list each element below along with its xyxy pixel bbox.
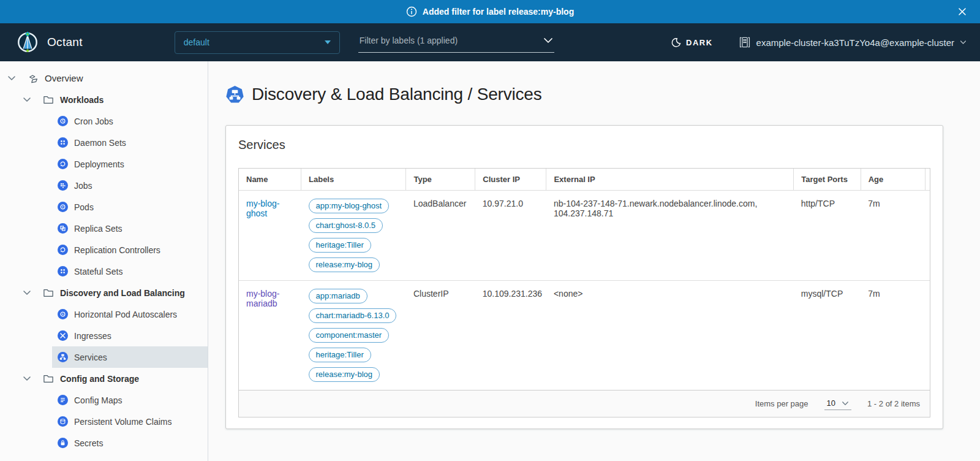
folder-icon xyxy=(43,288,54,298)
label-filter-dropdown[interactable]: Filter by labels (1 applied) xyxy=(358,32,554,53)
sidebar-item-label: Stateful Sets xyxy=(74,267,123,276)
label-pill[interactable]: heritage:Tiller xyxy=(309,348,371,362)
sidebar-item-replication-controllers[interactable]: Replication Controllers xyxy=(52,239,208,261)
sidebar-section-label: Discovery and Load Balancing xyxy=(60,288,185,298)
label-pill[interactable]: heritage:Tiller xyxy=(309,238,371,253)
stateful-sets-icon xyxy=(58,266,68,276)
sidebar-item-replica-sets[interactable]: Replica Sets xyxy=(52,218,208,239)
column-header-cluster-ip: Cluster IP xyxy=(475,169,546,191)
dark-theme-toggle[interactable]: DARK xyxy=(671,37,713,48)
sidebar-section-config-and-storage[interactable]: Config and Storage xyxy=(0,368,208,389)
jobs-icon xyxy=(58,180,68,191)
folder-icon xyxy=(43,95,54,105)
page-title: Discovery & Load Balancing / Services xyxy=(252,85,542,104)
services-page-icon xyxy=(225,85,244,104)
sidebar-item-label: Overview xyxy=(45,73,83,83)
services-card: Services Name Labels Type Clust xyxy=(225,125,943,429)
banner-message: Added filter for label release:my-blog xyxy=(423,7,574,17)
label-pill[interactable]: chart:mariadb-6.13.0 xyxy=(309,308,397,323)
services-datagrid: Name Labels Type Cluster IP External IP … xyxy=(238,168,930,417)
column-header-type: Type xyxy=(406,169,475,191)
chevron-down-icon xyxy=(960,40,967,45)
label-pill[interactable]: chart:ghost-8.0.5 xyxy=(309,218,383,233)
octant-logo xyxy=(16,30,39,55)
column-header-spacer xyxy=(925,169,930,191)
config-maps-icon xyxy=(58,395,68,405)
sidebar-section-discovery-and-load-balancing[interactable]: Discovery and Load Balancing xyxy=(0,282,208,303)
sidebar-item-jobs[interactable]: Jobs xyxy=(52,175,208,196)
sidebar-item-label: Daemon Sets xyxy=(74,138,126,148)
sidebar-item-label: Jobs xyxy=(74,181,92,191)
sidebar-item-stateful-sets[interactable]: Stateful Sets xyxy=(52,261,208,282)
secrets-icon xyxy=(58,438,68,448)
sidebar-item-pods[interactable]: Pods xyxy=(52,196,208,218)
cluster-context-selector[interactable]: example-cluster-ka3TuTzYo4a@example-clus… xyxy=(739,36,967,48)
sidebar-item-label: Ingresses xyxy=(74,331,111,341)
moon-icon xyxy=(671,37,681,48)
overview-icon xyxy=(28,73,39,84)
table-row: my-blog-ghost app:my-blog-ghost chart:gh… xyxy=(239,191,930,281)
cell-target-ports: http/TCP xyxy=(794,191,861,281)
theme-toggle-label: DARK xyxy=(686,38,713,47)
sidebar-section-workloads[interactable]: Workloads xyxy=(0,89,208,110)
sidebar-item-config-maps[interactable]: Config Maps xyxy=(52,389,208,411)
cluster-context-label: example-cluster-ka3TuTzYo4a@example-clus… xyxy=(756,37,954,48)
namespace-select[interactable]: default xyxy=(175,31,340,54)
sidebar-item-persistent-volume-claims[interactable]: Persistent Volume Claims xyxy=(52,411,208,432)
service-link[interactable]: my-blog-mariadb xyxy=(246,289,279,308)
chevron-down-icon xyxy=(842,401,849,406)
app-header: Octant default Filter by labels (1 appli… xyxy=(0,23,980,61)
services-icon xyxy=(58,352,68,362)
cell-external-ip: <none> xyxy=(546,281,794,391)
label-pill[interactable]: release:my-blog xyxy=(309,257,380,272)
cron-jobs-icon xyxy=(58,116,68,126)
sidebar-section-label: Workloads xyxy=(60,95,104,105)
daemon-sets-icon xyxy=(58,137,68,148)
cell-type: ClusterIP xyxy=(406,281,475,391)
sidebar-item-cron-jobs[interactable]: Cron Jobs xyxy=(52,110,208,132)
cell-cluster-ip: 10.97.21.0 xyxy=(475,191,546,281)
page-size-select[interactable]: 10 xyxy=(824,397,851,410)
sidebar-item-deployments[interactable]: Deployments xyxy=(52,153,208,175)
caret-down-icon xyxy=(325,40,331,44)
label-pill[interactable]: app:my-blog-ghost xyxy=(309,199,390,213)
persistent-volume-claims-icon xyxy=(58,416,68,427)
chevron-down-icon[interactable] xyxy=(23,290,31,295)
service-link[interactable]: my-blog-ghost xyxy=(246,199,279,218)
notification-banner: Added filter for label release:my-blog xyxy=(0,0,980,23)
brand: Octant xyxy=(16,30,83,55)
sidebar-item-label: Horizontal Pod Autoscalers xyxy=(74,310,177,319)
banner-close-icon[interactable] xyxy=(953,0,971,23)
folder-icon xyxy=(43,374,54,384)
page-size-value: 10 xyxy=(827,398,835,408)
sidebar-item-label: Services xyxy=(74,352,107,362)
app-title: Octant xyxy=(47,36,83,49)
sidebar-item-label: Config Maps xyxy=(74,395,123,405)
sidebar-item-services[interactable]: Services xyxy=(52,346,208,368)
card-title: Services xyxy=(238,138,930,152)
chevron-down-icon xyxy=(543,37,553,44)
cell-age: 7m xyxy=(861,191,925,281)
column-header-external-ip: External IP xyxy=(546,169,794,191)
sidebar-item-overview[interactable]: Overview xyxy=(0,67,208,89)
horizontal-pod-autoscalers-icon xyxy=(58,309,68,319)
sidebar-item-secrets[interactable]: Secrets xyxy=(52,432,208,454)
pods-icon xyxy=(58,202,68,212)
sidebar-item-daemon-sets[interactable]: Daemon Sets xyxy=(52,132,208,153)
octant-app: Added filter for label release:my-blog O… xyxy=(0,0,980,461)
cell-age: 7m xyxy=(861,281,925,391)
info-icon xyxy=(406,6,417,17)
column-header-labels: Labels xyxy=(301,169,406,191)
sidebar-item-label: Replication Controllers xyxy=(74,245,160,255)
sidebar-item-ingresses[interactable]: Ingresses xyxy=(52,325,208,346)
chevron-down-icon[interactable] xyxy=(7,75,16,81)
services-table: Name Labels Type Cluster IP External IP … xyxy=(239,169,930,390)
replica-sets-icon xyxy=(58,223,68,234)
label-pill[interactable]: app:mariadb xyxy=(309,289,368,303)
label-pill[interactable]: component:master xyxy=(309,328,390,343)
chevron-down-icon[interactable] xyxy=(23,97,31,102)
label-pill[interactable]: release:my-blog xyxy=(309,367,380,382)
chevron-down-icon[interactable] xyxy=(23,376,31,381)
cluster-icon xyxy=(739,36,751,48)
sidebar-item-horizontal-pod-autoscalers[interactable]: Horizontal Pod Autoscalers xyxy=(52,303,208,325)
